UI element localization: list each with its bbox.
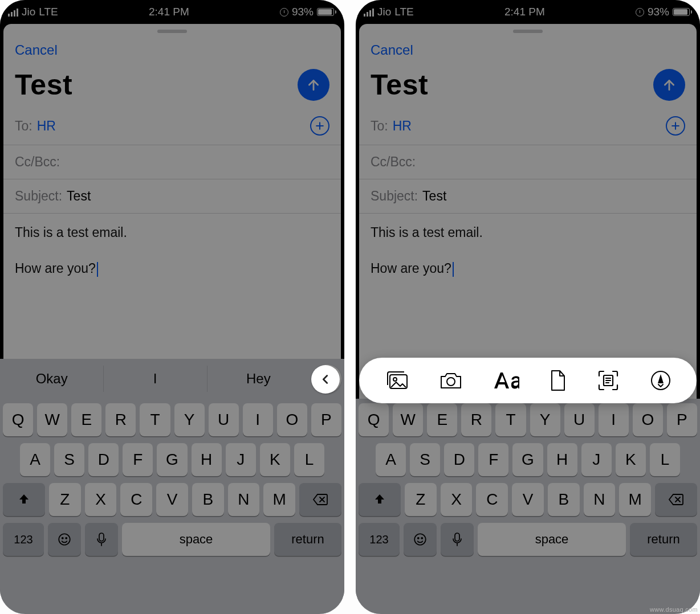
key-return[interactable]: return bbox=[274, 523, 341, 556]
attach-file-button[interactable] bbox=[549, 369, 567, 392]
to-field[interactable]: To: HR bbox=[359, 107, 697, 145]
key-n[interactable]: N bbox=[584, 483, 616, 516]
key-m[interactable]: M bbox=[263, 483, 295, 516]
key-v[interactable]: V bbox=[156, 483, 188, 516]
key-u[interactable]: U bbox=[564, 403, 595, 436]
key-x[interactable]: X bbox=[85, 483, 117, 516]
send-button[interactable] bbox=[653, 69, 685, 101]
key-a[interactable]: A bbox=[376, 443, 406, 476]
key-n[interactable]: N bbox=[228, 483, 260, 516]
key-o[interactable]: O bbox=[633, 403, 663, 436]
suggestion-2[interactable]: Hey bbox=[207, 359, 310, 399]
key-h[interactable]: H bbox=[192, 443, 222, 476]
key-t[interactable]: T bbox=[495, 403, 526, 436]
key-shift[interactable] bbox=[3, 483, 45, 516]
key-z[interactable]: Z bbox=[49, 483, 81, 516]
key-v[interactable]: V bbox=[512, 483, 544, 516]
key-row-bottom: 123 space return bbox=[359, 523, 697, 556]
key-dictation[interactable] bbox=[85, 523, 118, 556]
key-x[interactable]: X bbox=[441, 483, 473, 516]
key-dictation[interactable] bbox=[441, 523, 474, 556]
key-123[interactable]: 123 bbox=[3, 523, 44, 556]
key-k[interactable]: K bbox=[616, 443, 646, 476]
send-button[interactable] bbox=[298, 69, 329, 101]
add-contact-button[interactable] bbox=[310, 116, 329, 136]
key-d[interactable]: D bbox=[88, 443, 119, 476]
sheet-grabber[interactable] bbox=[157, 30, 187, 33]
key-k[interactable]: K bbox=[260, 443, 290, 476]
key-e[interactable]: E bbox=[427, 403, 457, 436]
key-g[interactable]: G bbox=[512, 443, 543, 476]
key-space[interactable]: space bbox=[478, 523, 626, 556]
key-j[interactable]: J bbox=[226, 443, 256, 476]
key-d[interactable]: D bbox=[444, 443, 474, 476]
add-contact-button[interactable] bbox=[666, 116, 685, 136]
camera-button[interactable] bbox=[439, 371, 463, 390]
key-e[interactable]: E bbox=[71, 403, 101, 436]
cc-bcc-field[interactable]: Cc/Bcc: bbox=[359, 145, 697, 179]
key-w[interactable]: W bbox=[393, 403, 423, 436]
suggestion-1[interactable]: I bbox=[103, 359, 206, 399]
key-c[interactable]: C bbox=[476, 483, 508, 516]
key-i[interactable]: I bbox=[599, 403, 629, 436]
key-u[interactable]: U bbox=[209, 403, 239, 436]
key-y[interactable]: Y bbox=[530, 403, 560, 436]
key-z[interactable]: Z bbox=[405, 483, 437, 516]
key-w[interactable]: W bbox=[37, 403, 67, 436]
key-h[interactable]: H bbox=[547, 443, 577, 476]
key-123[interactable]: 123 bbox=[359, 523, 400, 556]
text-cursor bbox=[97, 262, 98, 277]
key-r[interactable]: R bbox=[105, 403, 136, 436]
key-l[interactable]: L bbox=[294, 443, 324, 476]
key-t[interactable]: T bbox=[140, 403, 170, 436]
key-o[interactable]: O bbox=[277, 403, 307, 436]
cancel-button[interactable]: Cancel bbox=[15, 42, 58, 58]
key-m[interactable]: M bbox=[619, 483, 651, 516]
key-b[interactable]: B bbox=[192, 483, 224, 516]
key-j[interactable]: J bbox=[581, 443, 612, 476]
network-label: LTE bbox=[394, 6, 413, 18]
subject-field[interactable]: Subject: Test bbox=[3, 179, 341, 214]
markup-button[interactable] bbox=[650, 370, 671, 391]
key-emoji[interactable] bbox=[48, 523, 81, 556]
key-backspace[interactable] bbox=[299, 483, 341, 516]
expand-highlight[interactable] bbox=[311, 365, 340, 394]
quicktype-bar: Okay I Hey bbox=[0, 359, 344, 399]
key-p[interactable]: P bbox=[667, 403, 697, 436]
backspace-icon bbox=[668, 493, 684, 506]
key-y[interactable]: Y bbox=[174, 403, 205, 436]
key-s[interactable]: S bbox=[54, 443, 84, 476]
key-b[interactable]: B bbox=[548, 483, 580, 516]
key-c[interactable]: C bbox=[120, 483, 152, 516]
key-shift[interactable] bbox=[359, 483, 401, 516]
key-s[interactable]: S bbox=[410, 443, 440, 476]
suggestion-0[interactable]: Okay bbox=[0, 359, 103, 399]
key-return[interactable]: return bbox=[630, 523, 697, 556]
key-f[interactable]: F bbox=[123, 443, 153, 476]
key-space[interactable]: space bbox=[122, 523, 270, 556]
sheet-grabber[interactable] bbox=[513, 30, 543, 33]
scan-document-button[interactable] bbox=[597, 369, 620, 392]
key-q[interactable]: Q bbox=[3, 403, 33, 436]
key-emoji[interactable] bbox=[404, 523, 437, 556]
text-format-button[interactable] bbox=[493, 371, 519, 390]
camera-icon bbox=[439, 371, 463, 390]
cc-bcc-field[interactable]: Cc/Bcc: bbox=[3, 145, 341, 179]
status-bar: Jio LTE 2:41 PM 93% bbox=[0, 0, 344, 21]
key-p[interactable]: P bbox=[311, 403, 341, 436]
cancel-button[interactable]: Cancel bbox=[371, 42, 413, 58]
key-g[interactable]: G bbox=[157, 443, 187, 476]
chevron-left-icon bbox=[319, 373, 332, 386]
subject-value: Test bbox=[422, 189, 446, 204]
key-l[interactable]: L bbox=[650, 443, 680, 476]
photo-library-button[interactable] bbox=[384, 370, 409, 391]
key-i[interactable]: I bbox=[243, 403, 273, 436]
key-a[interactable]: A bbox=[20, 443, 50, 476]
to-field[interactable]: To: HR bbox=[3, 107, 341, 145]
key-q[interactable]: Q bbox=[359, 403, 389, 436]
key-backspace[interactable] bbox=[655, 483, 697, 516]
subject-field[interactable]: Subject: Test bbox=[359, 179, 697, 214]
body-line: How are you? bbox=[15, 261, 96, 276]
key-r[interactable]: R bbox=[461, 403, 491, 436]
key-f[interactable]: F bbox=[478, 443, 508, 476]
